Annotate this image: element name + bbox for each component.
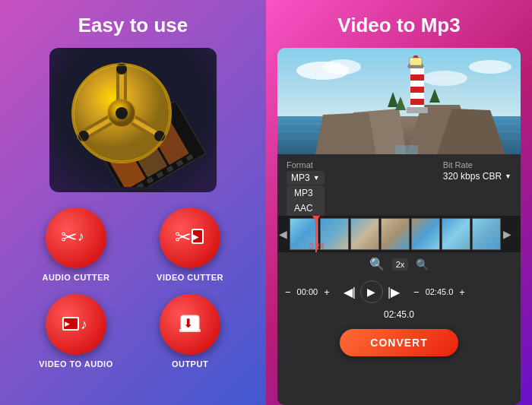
svg-text:⬇: ⬇	[183, 317, 193, 330]
svg-text:▶: ▶	[193, 233, 199, 241]
video-to-audio-icon-circle: ▶ ♪	[46, 294, 106, 355]
zoom-controls: 🔍 2x 🔍	[277, 252, 521, 276]
film-reel-container	[49, 48, 217, 192]
timeline-left-arrow[interactable]: ◀	[277, 228, 289, 240]
timeline-thumb-7	[472, 218, 501, 250]
video-thumbnail	[277, 48, 521, 154]
format-dropdown[interactable]: MP3 ▼	[287, 171, 325, 185]
svg-rect-70	[395, 145, 418, 154]
duration-display: 02:45.0	[277, 308, 521, 323]
right-panel: Video to Mp3	[266, 0, 532, 405]
svg-rect-62	[410, 99, 424, 105]
svg-point-48	[422, 71, 467, 86]
timeline-thumb-6	[442, 218, 470, 250]
left-panel: Easy to use	[0, 0, 266, 405]
timeline-right-arrow[interactable]: ▶	[502, 228, 513, 240]
svg-text:✂: ✂	[175, 226, 192, 248]
start-time: 00:00	[296, 287, 320, 296]
zoom-level: 2x	[392, 258, 409, 271]
svg-marker-58	[315, 112, 376, 154]
features-grid: ✂ ♪ AUDIO CUTTER ✂ ▶ VIDEO CUTTER	[27, 207, 239, 369]
format-bar: Format MP3 ▼ MP3 AAC Bit Rate 320 kbps C…	[277, 154, 521, 216]
convert-button[interactable]: CONVERT	[340, 329, 458, 356]
add-end-btn[interactable]: +	[458, 286, 467, 298]
play-button[interactable]: ▶	[360, 280, 383, 303]
audio-cutter-button[interactable]: ✂ ♪ AUDIO CUTTER	[27, 207, 125, 282]
trim-left-icon[interactable]: ◀|	[342, 285, 357, 299]
video-to-audio-label: VIDEO TO AUDIO	[39, 359, 112, 369]
svg-point-49	[469, 60, 511, 74]
format-label: Format	[287, 160, 325, 169]
format-options: MP3 AAC	[287, 185, 325, 216]
video-cutter-button[interactable]: ✂ ▶ VIDEO CUTTER	[141, 207, 239, 282]
add-start-btn[interactable]: +	[322, 286, 331, 298]
subtract-start-btn[interactable]: −	[283, 286, 293, 298]
left-title: Easy to use	[78, 14, 188, 37]
right-title: Video to Mp3	[337, 14, 460, 37]
svg-rect-66	[407, 107, 428, 113]
video-to-audio-button[interactable]: ▶ ♪ VIDEO TO AUDIO	[27, 294, 125, 369]
output-icon-circle: ⬇	[160, 294, 220, 355]
svg-rect-44	[179, 329, 201, 332]
svg-text:✂: ✂	[61, 226, 78, 248]
output-button[interactable]: ⬇ OUTPUT	[141, 294, 239, 369]
playback-controls: − 00:00 + ◀| ▶ |▶ − 02:45.0 +	[277, 276, 521, 308]
svg-point-47	[323, 59, 361, 74]
format-option-mp3[interactable]: MP3	[287, 185, 325, 201]
zoom-out-icon[interactable]: 🔍	[416, 258, 429, 271]
trim-right-icon[interactable]: |▶	[386, 285, 401, 299]
svg-text:♪: ♪	[81, 317, 87, 332]
bitrate-dropdown[interactable]: 320 kbps CBR ▼	[443, 171, 511, 182]
svg-point-30	[116, 107, 128, 119]
end-time: 02:45.0	[424, 287, 455, 296]
timeline-thumb-5	[411, 218, 440, 250]
svg-rect-61	[410, 87, 424, 93]
format-option-aac[interactable]: AAC	[287, 201, 325, 216]
video-cutter-label: VIDEO CUTTER	[157, 273, 223, 282]
format-group: Format MP3 ▼ MP3 AAC	[287, 160, 325, 216]
zoom-in-icon[interactable]: 🔍	[369, 257, 385, 271]
svg-text:▶: ▶	[65, 320, 70, 327]
output-label: OUTPUT	[172, 359, 208, 369]
phone-screen: Format MP3 ▼ MP3 AAC Bit Rate 320 kbps C…	[277, 48, 521, 405]
playhead-arrow	[312, 216, 320, 222]
audio-cutter-icon-circle: ✂ ♪	[46, 207, 106, 268]
timeline-container: ◀ ▶ 0:24	[277, 216, 521, 252]
svg-rect-60	[410, 74, 424, 81]
video-cutter-icon-circle: ✂ ▶	[160, 207, 220, 268]
subtract-end-btn[interactable]: −	[412, 286, 421, 298]
svg-rect-65	[410, 58, 422, 65]
svg-text:♪: ♪	[78, 229, 84, 244]
timeline-thumb-2	[320, 218, 349, 250]
bitrate-label: Bit Rate	[443, 160, 511, 169]
timeline-thumb-3	[350, 218, 379, 250]
audio-cutter-label: AUDIO CUTTER	[42, 273, 109, 282]
convert-section: CONVERT	[277, 323, 521, 405]
bitrate-group: Bit Rate 320 kbps CBR ▼	[443, 160, 511, 182]
timeline-thumb-4	[381, 218, 410, 250]
current-time-marker: 0:24	[309, 242, 324, 251]
